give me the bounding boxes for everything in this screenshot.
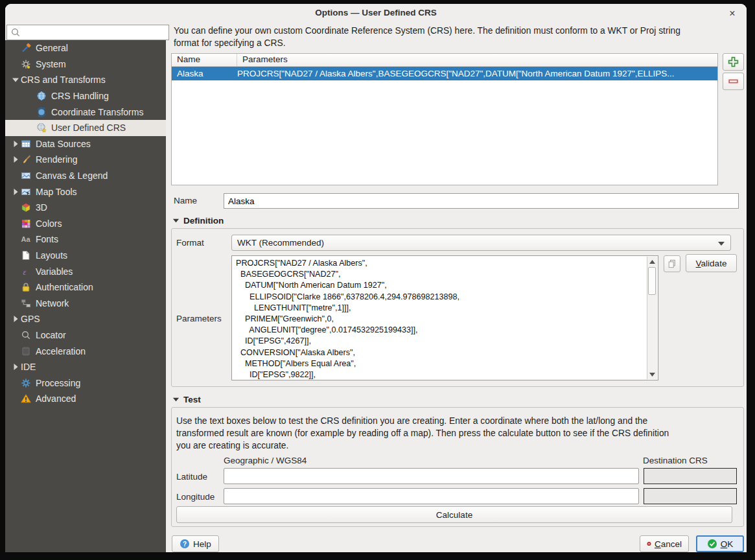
acceleration-icon <box>21 346 31 356</box>
search-input[interactable] <box>21 26 168 39</box>
desktop-background: Options — User Defined CRS × GeneralSyst… <box>0 0 755 560</box>
sidebar-item-locator[interactable]: Locator <box>5 327 166 344</box>
sidebar-item-label: Coordinate Transforms <box>51 107 143 117</box>
sidebar-item-label: Fonts <box>36 234 58 244</box>
remove-crs-button[interactable] <box>723 73 744 90</box>
tree-indent <box>10 250 21 261</box>
sidebar-item-colors[interactable]: Colors <box>5 216 166 232</box>
column-header-parameters[interactable]: Parameters <box>237 54 288 66</box>
sidebar-item-label: GPS <box>21 314 40 324</box>
sidebar-item-label: Map Tools <box>36 187 77 197</box>
sidebar-item-label: System <box>36 59 66 69</box>
custom-crs-list[interactable]: Name Parameters Alaska PROJCRS["NAD27 / … <box>171 53 718 185</box>
sidebar-item-network[interactable]: Network <box>5 296 166 312</box>
sidebar-item-rendering[interactable]: Rendering <box>5 152 166 168</box>
format-dropdown[interactable]: WKT (Recommended) <box>231 235 731 251</box>
table-row[interactable]: Alaska PROJCRS["NAD27 / Alaska Albers",B… <box>172 67 717 80</box>
svg-text:?: ? <box>183 541 187 548</box>
test-title: Test <box>183 395 201 404</box>
options-dialog: Options — User Defined CRS × GeneralSyst… <box>5 4 747 552</box>
latitude-input[interactable] <box>224 468 639 484</box>
cancel-button[interactable]: Cancel <box>640 535 689 552</box>
rendering-icon <box>21 154 31 165</box>
close-icon[interactable]: × <box>726 7 739 20</box>
sidebar-item-data-sources[interactable]: Data Sources <box>5 136 166 152</box>
tree-expanded-icon[interactable] <box>10 75 21 85</box>
crs-name-input[interactable] <box>224 193 739 209</box>
sidebar-item-label: CRS Handling <box>51 91 109 101</box>
sidebar-item-general[interactable]: General <box>5 40 166 56</box>
sidebar-item-label: Data Sources <box>36 139 91 149</box>
add-crs-button[interactable] <box>723 53 744 71</box>
scroll-up-icon[interactable] <box>647 257 657 266</box>
collapse-arrow-icon <box>172 217 180 224</box>
sidebar-item-variables[interactable]: εVariables <box>5 263 166 279</box>
search-icon <box>10 27 21 38</box>
longitude-label: Longitude <box>176 492 215 502</box>
sidebar-item-map-tools[interactable]: Map Tools <box>5 183 166 200</box>
sidebar-item-label: Canvas & Legend <box>36 170 108 181</box>
sidebar-item-fonts[interactable]: AaFonts <box>5 231 166 248</box>
wkt-scrollbar[interactable] <box>647 257 657 379</box>
latitude-label: Latitude <box>176 472 207 482</box>
tree-indent <box>10 378 21 388</box>
validate-button[interactable]: Validate <box>686 254 737 272</box>
map-tools-icon <box>21 187 31 197</box>
tree-indent <box>10 266 21 277</box>
sidebar-item-3d[interactable]: 3D <box>5 200 166 216</box>
canvas-legend-icon <box>21 170 31 181</box>
sidebar-item-crs-and-transforms[interactable]: CRS and Transforms <box>5 72 166 88</box>
longitude-input[interactable] <box>224 488 639 504</box>
sidebar-item-label: Network <box>36 298 69 309</box>
sidebar-item-ide[interactable]: IDE <box>5 359 166 375</box>
sidebar-item-label: Colors <box>36 218 62 229</box>
wkt-parameters-textarea[interactable]: PROJCRS["NAD27 / Alaska Albers", BASEGEO… <box>231 255 658 380</box>
tree-collapsed-icon[interactable] <box>10 362 21 372</box>
tree-indent <box>10 298 21 309</box>
sidebar-item-processing[interactable]: Processing <box>5 375 166 391</box>
settings-search <box>6 25 169 40</box>
variables-icon: ε <box>21 266 31 277</box>
scrollbar-thumb[interactable] <box>648 267 656 295</box>
sidebar-item-crs-handling[interactable]: CRS Handling <box>5 88 166 104</box>
tree-collapsed-icon[interactable] <box>10 187 21 197</box>
advanced-icon <box>21 393 31 404</box>
column-header-name[interactable]: Name <box>172 54 237 66</box>
sidebar-item-label: Acceleration <box>36 346 86 356</box>
scroll-down-icon[interactable] <box>647 369 657 379</box>
sidebar-item-advanced[interactable]: Advanced <box>5 391 166 407</box>
sidebar-item-gps[interactable]: GPS <box>5 311 166 327</box>
sidebar-item-authentication[interactable]: Authentication <box>5 279 166 296</box>
tree-indent <box>10 59 21 69</box>
sidebar-item-canvas-legend[interactable]: Canvas & Legend <box>5 168 166 184</box>
sidebar-item-label: CRS and Transforms <box>21 75 106 85</box>
sidebar-item-system[interactable]: System <box>5 56 166 73</box>
fonts-icon: Aa <box>21 234 31 244</box>
help-button[interactable]: ? Help <box>172 535 219 552</box>
tree-indent <box>10 234 21 244</box>
sidebar-items: GeneralSystemCRS and TransformsCRS Handl… <box>5 40 166 407</box>
tree-collapsed-icon[interactable] <box>10 139 21 149</box>
sidebar-item-label: Variables <box>36 266 73 277</box>
ok-button[interactable]: OK <box>696 535 744 552</box>
crs-handling-icon <box>36 91 47 101</box>
copy-wkt-button[interactable] <box>664 255 680 272</box>
sidebar-item-coordinate-transforms[interactable]: Coordinate Transforms <box>5 104 166 120</box>
test-section-header[interactable]: Test <box>172 395 201 404</box>
title-bar[interactable]: Options — User Defined CRS × <box>5 4 747 23</box>
definition-section-header[interactable]: Definition <box>172 216 224 226</box>
authentication-icon <box>21 282 31 292</box>
data-sources-icon <box>21 139 31 149</box>
chevron-down-icon <box>718 242 725 246</box>
network-icon <box>21 298 31 309</box>
sidebar-item-label: IDE <box>21 362 36 372</box>
source-crs-header: Geographic / WGS84 <box>224 456 307 465</box>
sidebar-item-user-defined-crs[interactable]: User Defined CRS <box>5 120 166 136</box>
crs-list-header[interactable]: Name Parameters <box>172 54 717 67</box>
tree-indent <box>10 202 21 213</box>
tree-collapsed-icon[interactable] <box>10 314 21 324</box>
calculate-button[interactable]: Calculate <box>176 506 732 523</box>
sidebar-item-acceleration[interactable]: Acceleration <box>5 343 166 359</box>
tree-collapsed-icon[interactable] <box>10 154 21 165</box>
sidebar-item-layouts[interactable]: Layouts <box>5 248 166 264</box>
